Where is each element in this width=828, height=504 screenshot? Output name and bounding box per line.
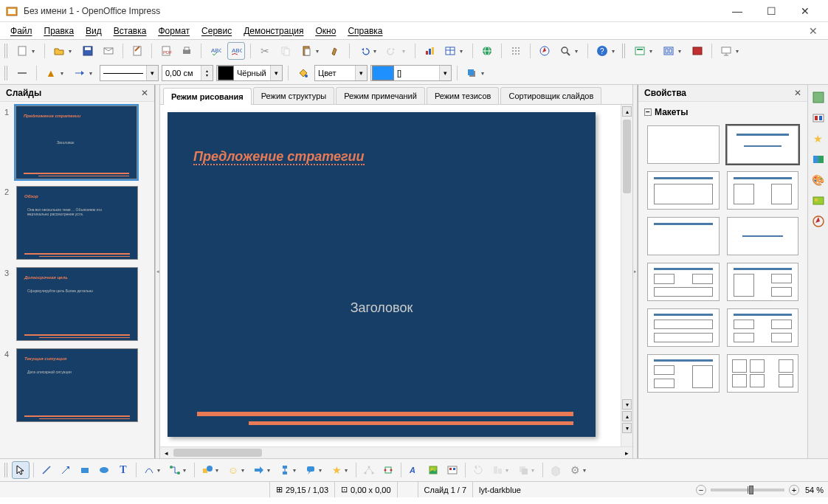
splitter-left[interactable]: ◂ <box>155 85 160 458</box>
menu-view[interactable]: Вид <box>80 24 108 38</box>
slide-master-icon[interactable] <box>689 42 706 60</box>
menu-insert[interactable]: Вставка <box>108 24 153 38</box>
arrow-style-icon[interactable] <box>13 64 31 82</box>
sidebar-animation-icon[interactable]: ★ <box>810 131 827 147</box>
slide-canvas[interactable]: Предложение стратегии Заголовок <box>168 112 596 437</box>
copy-icon[interactable] <box>277 42 294 60</box>
block-arrows-icon[interactable] <box>250 461 268 479</box>
layout-6content[interactable] <box>727 354 799 393</box>
redo-icon[interactable] <box>384 42 401 60</box>
layout-title-content[interactable] <box>647 171 720 210</box>
slides-list[interactable]: 1 Предложение стратегии Заголовок 2 Обзо… <box>0 102 154 458</box>
extrusion-icon[interactable] <box>547 461 565 479</box>
layout-title-1over2[interactable] <box>727 263 799 301</box>
layout-title[interactable] <box>727 125 799 164</box>
toolbar1b-overflow[interactable]: ▾ <box>736 48 743 55</box>
paste-icon[interactable] <box>297 42 315 60</box>
help-icon[interactable]: ? <box>593 42 611 60</box>
close-button[interactable]: ✕ <box>788 0 822 22</box>
paste-dropdown[interactable]: ▾ <box>316 48 323 55</box>
table-icon[interactable] <box>441 42 459 60</box>
layout-title-only[interactable] <box>647 217 720 255</box>
slide-design-dropdown[interactable]: ▾ <box>649 48 657 55</box>
slide-thumb-4[interactable]: 4 Текущая ситуация Дата описарной ситуац… <box>4 348 150 422</box>
menu-help[interactable]: Справка <box>342 24 388 38</box>
layout-title-2content[interactable] <box>727 171 799 210</box>
print-icon[interactable] <box>178 42 196 60</box>
sidebar-master-icon[interactable] <box>810 110 827 126</box>
tab-drawing[interactable]: Режим рисования <box>163 88 252 105</box>
layout-blank[interactable] <box>647 125 720 164</box>
autospellcheck-icon[interactable]: ABC <box>227 42 245 60</box>
sidebar-styles-icon[interactable]: 🎨 <box>810 172 827 188</box>
line-arrow-dropdown[interactable]: ▾ <box>89 70 97 77</box>
document-close-button[interactable]: ✕ <box>803 25 824 37</box>
zoom-icon[interactable] <box>556 42 574 60</box>
rotate-icon[interactable] <box>469 461 487 479</box>
menu-file[interactable]: Файл <box>4 24 38 38</box>
grid-icon[interactable] <box>507 42 525 60</box>
undo-dropdown[interactable]: ▾ <box>373 48 381 55</box>
new-doc-dropdown[interactable]: ▾ <box>32 48 39 55</box>
minimize-button[interactable]: — <box>720 0 754 22</box>
line-width-input[interactable]: 0,00 см▴▾ <box>162 65 213 81</box>
slide-layout-dropdown[interactable]: ▾ <box>678 48 686 55</box>
vertical-scrollbar[interactable]: ▴ ▾ ▴ ▾ <box>621 105 632 446</box>
layout-title-2over1[interactable] <box>647 263 720 301</box>
zoom-out-button[interactable]: − <box>696 485 706 495</box>
fontwork-icon[interactable]: A <box>405 461 423 479</box>
line-arrow-icon[interactable] <box>71 64 89 82</box>
points-tool-icon[interactable] <box>360 461 378 479</box>
slides-panel-close-icon[interactable]: ✕ <box>141 88 148 98</box>
menu-window[interactable]: Окно <box>309 24 342 38</box>
maximize-button[interactable]: ☐ <box>754 0 788 22</box>
collapse-icon[interactable]: − <box>644 108 652 116</box>
line-color-select[interactable]: Чёрный▾ <box>216 65 283 81</box>
line-ends-dropdown[interactable]: ▾ <box>61 70 68 77</box>
open-dropdown[interactable]: ▾ <box>69 48 76 55</box>
tab-notes[interactable]: Режим примечаний <box>336 87 425 104</box>
slide-thumb-2[interactable]: 2 Обзор Она вкл нескольких теми ... Объя… <box>4 186 150 260</box>
edit-icon[interactable] <box>128 42 146 60</box>
layout-title-2row[interactable] <box>647 308 720 347</box>
presentation-icon[interactable] <box>717 42 735 60</box>
tab-outline[interactable]: Режим структуры <box>253 87 335 104</box>
basic-shapes-icon[interactable] <box>199 461 216 479</box>
zoom-value[interactable]: 54 % <box>805 486 824 494</box>
line-style-select[interactable]: ▾ <box>100 65 159 81</box>
format-paintbrush-icon[interactable] <box>326 42 344 60</box>
line-ends-icon[interactable]: ▲ <box>42 64 60 82</box>
scrollbar-thumb[interactable] <box>623 120 631 193</box>
fill-type-select[interactable]: Цвет▾ <box>314 65 368 81</box>
slide-subtitle[interactable]: Заголовок <box>351 300 413 316</box>
interaction-icon[interactable]: ⚙ <box>566 461 584 479</box>
line-tool-icon[interactable] <box>38 461 55 479</box>
export-pdf-icon[interactable]: PDF <box>157 42 175 60</box>
layout-centered[interactable] <box>727 217 799 255</box>
layout-title-4content[interactable] <box>727 308 799 347</box>
chart-icon[interactable] <box>421 42 438 60</box>
draw-toolbar-grip[interactable] <box>4 463 9 477</box>
callouts-icon[interactable] <box>302 461 320 479</box>
shadow-icon[interactable] <box>463 64 480 82</box>
toolbar2-overflow[interactable]: ▾ <box>481 70 489 77</box>
new-doc-icon[interactable] <box>13 42 31 60</box>
from-file-icon[interactable] <box>424 461 442 479</box>
hyperlink-icon[interactable] <box>478 42 496 60</box>
slide-design-icon[interactable] <box>631 42 649 60</box>
splitter-right[interactable]: ▸ <box>632 85 638 458</box>
slide-layout-icon[interactable] <box>660 42 677 60</box>
table-dropdown[interactable]: ▾ <box>460 48 467 55</box>
rect-tool-icon[interactable] <box>76 461 94 479</box>
toolbar1-overflow[interactable]: ▾ <box>612 48 619 55</box>
ellipse-tool-icon[interactable] <box>95 461 113 479</box>
sidebar-gallery-icon[interactable] <box>810 193 827 209</box>
layouts-section-header[interactable]: − Макеты <box>641 105 804 120</box>
menu-tools[interactable]: Сервис <box>196 24 238 38</box>
properties-panel-close-icon[interactable]: ✕ <box>794 88 801 98</box>
horizontal-scrollbar[interactable]: ◂ ▸ <box>160 446 632 458</box>
toolbar2-grip[interactable] <box>4 66 9 80</box>
email-icon[interactable] <box>100 42 117 60</box>
spellcheck-icon[interactable]: ABC <box>207 42 224 60</box>
curve-tool-icon[interactable] <box>140 461 158 479</box>
